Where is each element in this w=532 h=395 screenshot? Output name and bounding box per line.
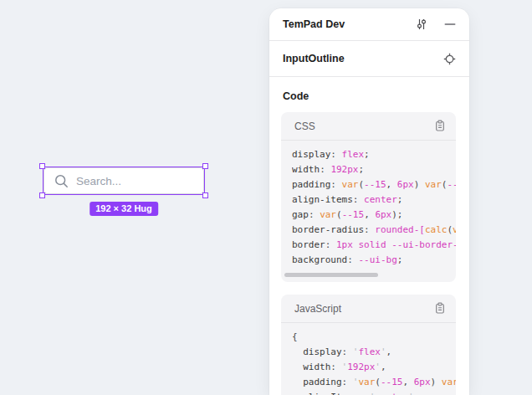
horizontal-scrollbar[interactable]: [284, 273, 378, 277]
preferences-sliders-icon[interactable]: [416, 18, 427, 30]
selection-handle-bottom-right[interactable]: [202, 192, 208, 198]
selection-handle-bottom-left[interactable]: [39, 192, 45, 198]
search-placeholder: Search...: [76, 175, 121, 187]
search-input[interactable]: Search...: [43, 167, 204, 194]
css-block-label: CSS: [294, 121, 434, 132]
css-code[interactable]: display: flex;width: 192px;padding: var(…: [281, 141, 456, 271]
css-block-header: CSS: [281, 112, 456, 141]
search-icon: [54, 174, 69, 188]
copy-css-icon[interactable]: [434, 120, 446, 132]
minimize-icon[interactable]: [444, 18, 456, 30]
component-name: InputOutline: [283, 53, 443, 64]
javascript-block-label: JavaScript: [294, 303, 434, 315]
panel-header: TemPad Dev: [269, 8, 469, 41]
copy-javascript-icon[interactable]: [434, 302, 446, 315]
locate-crosshair-icon[interactable]: [443, 53, 456, 65]
tempad-dev-panel: TemPad Dev InputOutline: [269, 8, 469, 395]
css-code-block: CSS display: flex;width: 192px;padding: …: [281, 112, 456, 282]
javascript-code-block: JavaScript { display: 'flex', width: '19…: [281, 295, 456, 395]
selection-handle-top-right[interactable]: [202, 163, 208, 169]
javascript-block-header: JavaScript: [281, 295, 456, 323]
component-row: InputOutline: [269, 41, 469, 77]
dimension-badge: 192 × 32 Hug: [90, 202, 158, 216]
figma-canvas: Search... 192 × 32 Hug TemPad Dev: [0, 0, 532, 395]
code-section-title: Code: [283, 90, 456, 102]
panel-title: TemPad Dev: [283, 18, 399, 30]
selection-handle-top-left[interactable]: [39, 163, 45, 169]
javascript-code[interactable]: { display: 'flex', width: '192px', paddi…: [281, 323, 456, 395]
selected-component[interactable]: Search... 192 × 32 Hug: [43, 167, 205, 195]
